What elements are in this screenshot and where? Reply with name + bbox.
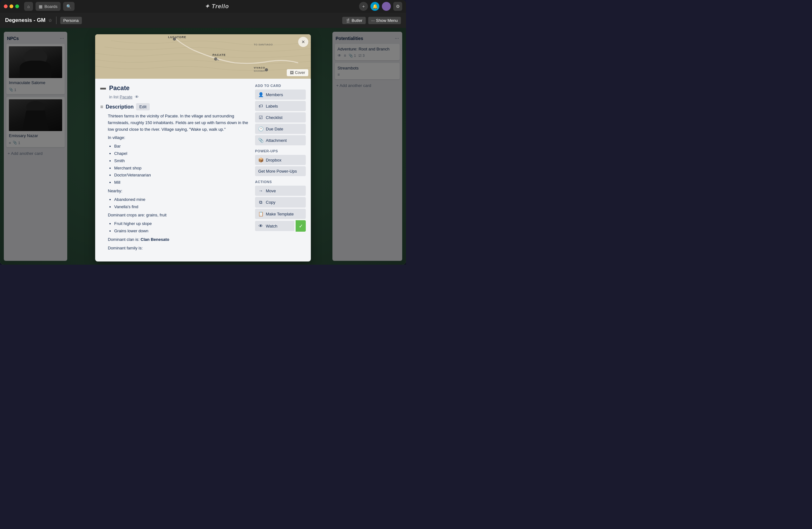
add-button[interactable]: + <box>359 2 368 11</box>
move-icon: → <box>258 188 263 193</box>
dropbox-button[interactable]: 📦 Dropbox <box>255 155 306 165</box>
desc-item-grains: Grains lower down <box>114 228 250 234</box>
notifications-button[interactable]: 🔔 <box>371 2 379 11</box>
modal-description-section: ≡ Description Edit Thirteen farms in the… <box>100 103 250 251</box>
desc-item-fruit: Fruit higher up slope <box>114 220 250 227</box>
board-title: Degenesis - GM <box>5 17 46 24</box>
menu-dots-icon: ··· <box>372 18 375 23</box>
traffic-lights <box>4 4 19 8</box>
move-button[interactable]: → Move <box>255 186 306 196</box>
watch-check-button[interactable]: ✓ <box>295 220 306 232</box>
svg-text:VIVACO: VIVACO <box>254 66 265 69</box>
titlebar: ⌂ ▦ Boards 🔍 ✦ Trello + 🔔 ⚙ <box>0 0 406 13</box>
get-more-powerups-button[interactable]: Get More Power-Ups <box>255 166 306 176</box>
desc-item-mill: Mill <box>114 179 250 186</box>
boards-button[interactable]: ▦ Boards <box>35 2 61 11</box>
power-ups-title: POWER-UPS <box>255 149 306 153</box>
in-list-label: in list <box>109 95 119 99</box>
labels-button[interactable]: 🏷 Labels <box>255 101 306 111</box>
members-label: Members <box>266 92 283 97</box>
edit-description-button[interactable]: Edit <box>136 103 149 111</box>
boards-label: Boards <box>44 4 57 9</box>
move-label: Move <box>266 188 276 193</box>
description-section-icon: ≡ <box>100 104 103 110</box>
star-button[interactable]: ☆ <box>48 18 52 23</box>
list-ref-link[interactable]: Pacate <box>119 95 132 99</box>
desc-dominant-clan: Dominant clan is: Clan Benesato <box>108 237 250 243</box>
cover-label: Cover <box>295 70 305 75</box>
modal-title-row: ▬ Pacate <box>100 84 250 92</box>
home-button[interactable]: ⌂ <box>24 2 33 11</box>
avatar[interactable] <box>382 2 391 11</box>
modal-body: ▬ Pacate in list Pacate 👁 ≡ D <box>95 79 311 261</box>
attachment-label: Attachment <box>266 138 287 143</box>
modal-list-ref: in list Pacate 👁 <box>109 95 250 99</box>
app-header: Degenesis - GM ☆ Persona 🍴 Butler ··· Sh… <box>0 13 406 28</box>
modal-overlay: LUCATORE PACATE TO SANTIAGO VIVACO SICKB… <box>0 28 406 264</box>
image-icon: 🖼 <box>290 70 294 75</box>
butler-button[interactable]: 🍴 Butler <box>342 17 366 24</box>
watch-eye-icon: 👁 <box>135 95 139 99</box>
app-window: ⌂ ▦ Boards 🔍 ✦ Trello + 🔔 ⚙ Degenesis - … <box>0 0 406 264</box>
modal-close-button[interactable]: × <box>298 37 308 47</box>
desc-intro: Thirteen farms in the vicinity of Pacate… <box>108 113 250 133</box>
watch-label: Watch <box>266 224 277 228</box>
desc-dominant-family: Dominant family is: <box>108 245 250 252</box>
actions-title: ACTIONS <box>255 180 306 184</box>
copy-label: Copy <box>266 200 275 205</box>
minimize-traffic-light[interactable] <box>10 4 13 8</box>
desc-item-chapel: Chapel <box>114 151 250 157</box>
search-button[interactable]: 🔍 <box>63 2 74 11</box>
template-icon: 📋 <box>258 211 263 216</box>
attachment-button[interactable]: 📎 Attachment <box>255 135 306 145</box>
desc-item-bar: Bar <box>114 143 250 150</box>
labels-label: Labels <box>266 104 278 109</box>
butler-icon: 🍴 <box>345 18 350 23</box>
show-menu-button[interactable]: ··· Show Menu <box>368 17 401 24</box>
trello-logo: ✦ Trello <box>205 3 229 10</box>
desc-item-merchant: Merchant shop <box>114 165 250 172</box>
svg-text:LUCATORE: LUCATORE <box>168 35 186 39</box>
due-date-icon: 🕐 <box>258 126 263 131</box>
desc-crops-list: Fruit higher up slope Grains lower down <box>108 220 250 234</box>
maximize-traffic-light[interactable] <box>15 4 19 8</box>
close-traffic-light[interactable] <box>4 4 8 8</box>
modal-cover-button[interactable]: 🖼 Cover <box>287 69 308 76</box>
checklist-button[interactable]: ☑ Checklist <box>255 112 306 123</box>
copy-button[interactable]: ⧉ Copy <box>255 197 306 208</box>
desc-clan-value: Clan Benesato <box>141 237 169 242</box>
make-template-label: Make Template <box>266 212 294 216</box>
titlebar-center: ✦ Trello <box>77 3 357 10</box>
due-date-button[interactable]: 🕐 Due Date <box>255 124 306 134</box>
labels-icon: 🏷 <box>258 103 263 109</box>
svg-text:TO SANTIAGO: TO SANTIAGO <box>254 43 273 46</box>
dropbox-label: Dropbox <box>266 158 281 162</box>
desc-item-mine: Abandoned mine <box>114 197 250 203</box>
show-menu-label: Show Menu <box>376 18 398 23</box>
members-button[interactable]: 👤 Members <box>255 89 306 100</box>
desc-nearby-label: Nearby: <box>108 188 250 195</box>
checklist-icon-sb: ☑ <box>258 115 263 120</box>
map-svg: LUCATORE PACATE TO SANTIAGO VIVACO SICKB… <box>95 34 311 79</box>
watch-button[interactable]: 👁 Watch <box>255 221 294 231</box>
desc-in-village-list: Bar Chapel Smith Merchant shop Doctor/Ve… <box>108 143 250 186</box>
map-container: LUCATORE PACATE TO SANTIAGO VIVACO SICKB… <box>95 34 311 79</box>
get-more-label: Get More Power-Ups <box>258 169 297 174</box>
desc-crops: Dominant crops are: grains, fruit <box>108 212 250 219</box>
dropbox-icon: 📦 <box>258 157 263 162</box>
make-template-button[interactable]: 📋 Make Template <box>255 209 306 219</box>
titlebar-right: + 🔔 ⚙ <box>359 2 402 11</box>
persona-button[interactable]: Persona <box>60 17 82 24</box>
desc-item-smith: Smith <box>114 158 250 165</box>
butler-label: Butler <box>352 18 363 23</box>
modal-cover: LUCATORE PACATE TO SANTIAGO VIVACO SICKB… <box>95 34 311 79</box>
desc-item-vanella: Vanella's find <box>114 204 250 210</box>
svg-text:PACATE: PACATE <box>213 53 226 57</box>
card-type-icon: ▬ <box>100 84 106 91</box>
watch-row: 👁 Watch ✓ <box>255 220 306 232</box>
settings-button[interactable]: ⚙ <box>393 2 402 11</box>
attachment-icon-sb: 📎 <box>258 138 263 143</box>
desc-in-village-label: In village: <box>108 134 250 141</box>
watch-icon: 👁 <box>258 224 263 228</box>
description-section-title: Description <box>106 104 133 110</box>
